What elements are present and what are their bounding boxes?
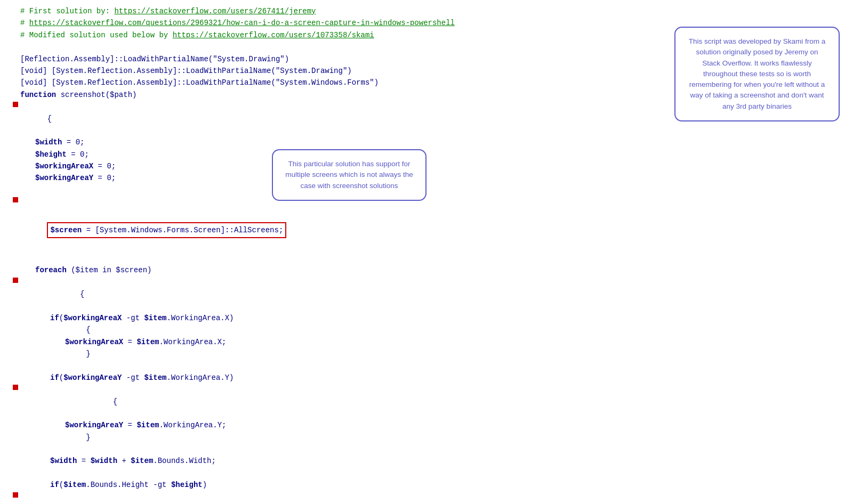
link-jeremy[interactable]: https://stackoverflow.com/users/267411/j… bbox=[114, 7, 316, 15]
line-if-y: if($workingAreaY -gt $item.WorkingArea.Y… bbox=[20, 372, 850, 384]
blank-4 bbox=[20, 360, 850, 371]
line-foreach: foreach ($item in $screen) bbox=[20, 264, 850, 276]
line-workingAreaX: $workingAreaX = 0; bbox=[20, 160, 850, 172]
link-question[interactable]: https://stackoverflow.com/questions/2969… bbox=[29, 19, 455, 27]
gutter-marker-2 bbox=[13, 197, 18, 202]
line-if-x-open: { bbox=[20, 324, 850, 336]
line-if-height: if($item.Bounds.Height -gt $height) bbox=[20, 479, 850, 491]
blank-3 bbox=[20, 253, 850, 264]
gutter-marker-4 bbox=[13, 385, 18, 390]
line-if-h-open: { bbox=[20, 491, 850, 504]
comment-1: # First solution by: https://stackoverfl… bbox=[20, 5, 850, 17]
line-if-y-open: { bbox=[20, 384, 850, 419]
highlighted-code: $screen = [System.Windows.Forms.Screen]:… bbox=[47, 222, 286, 238]
line-set-y: $workingAreaY = $item.WorkingArea.Y; bbox=[20, 419, 850, 431]
gutter-marker-5 bbox=[13, 492, 18, 498]
blank-5 bbox=[20, 443, 850, 455]
line-assembly-2: [void] [System.Reflection.Assembly]::Loa… bbox=[20, 65, 850, 77]
code-block: # First solution by: https://stackoverfl… bbox=[20, 5, 850, 504]
line-foreach-open: { bbox=[20, 277, 850, 312]
line-assembly-1: [Reflection.Assembly]::LoadWithPartialNa… bbox=[20, 53, 850, 65]
blank-6 bbox=[20, 467, 850, 479]
line-width-add: $width = $width + $item.Bounds.Width; bbox=[20, 455, 850, 467]
line-assembly-3: [void] [System.Reflection.Assembly]::Loa… bbox=[20, 77, 850, 88]
line-set-x: $workingAreaX = $item.WorkingArea.X; bbox=[20, 336, 850, 348]
line-workingAreaY: $workingAreaY = 0; bbox=[20, 172, 850, 184]
line-screen: $screen = [System.Windows.Forms.Screen]:… bbox=[20, 196, 850, 253]
line-if-y-close: } bbox=[20, 432, 850, 443]
comment-2: # https://stackoverflow.com/questions/29… bbox=[20, 17, 850, 29]
gutter-marker-1 bbox=[13, 102, 18, 107]
line-if-x: if($workingAreaX -gt $item.WorkingArea.X… bbox=[20, 312, 850, 324]
blank-2 bbox=[20, 184, 850, 196]
line-open-brace: { bbox=[20, 101, 850, 136]
line-function: function screenshot($path) bbox=[20, 89, 850, 101]
comment-3: # Modified solution used below by https:… bbox=[20, 29, 850, 41]
line-height: $height = 0; bbox=[20, 149, 850, 160]
gutter-marker-3 bbox=[13, 278, 18, 283]
line-width: $width = 0; bbox=[20, 136, 850, 148]
blank-1 bbox=[20, 41, 850, 53]
code-area: This script was developed by Skami from … bbox=[11, 5, 850, 504]
line-if-x-close: } bbox=[20, 348, 850, 360]
link-skami[interactable]: https://stackoverflow.com/users/1073358/… bbox=[173, 31, 374, 39]
